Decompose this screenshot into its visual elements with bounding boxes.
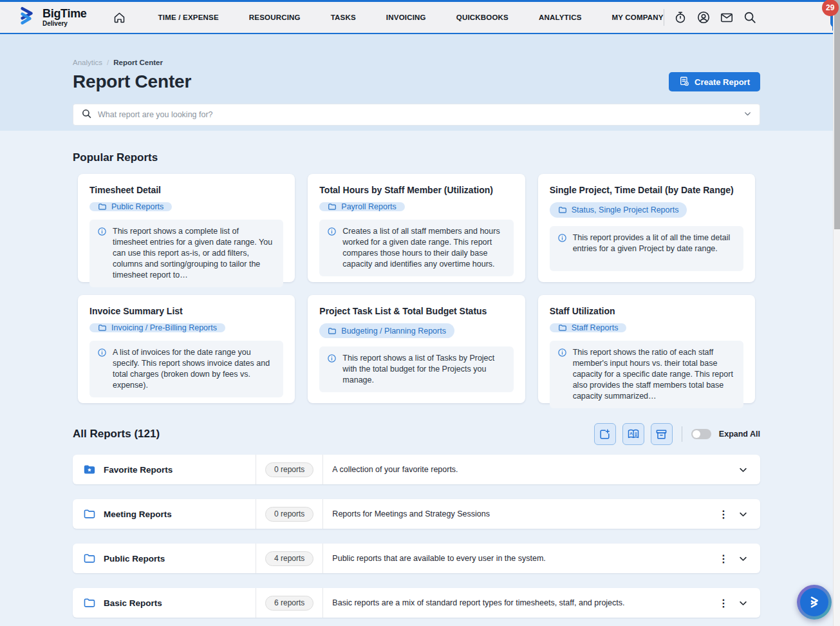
report-count-badge: 0 reports [265,462,313,477]
report-category-tag[interactable]: Invoicing / Pre-Billing Reports [89,323,225,332]
breadcrumb-analytics[interactable]: Analytics [73,59,102,66]
report-category-tag[interactable]: Budgeting / Planning Reports [319,323,454,338]
folder-icon [83,596,96,609]
page-header-section: Analytics / Report Center Report Center … [0,34,840,131]
top-nav: BigTime Delivery TIME / EXPENSE RESOURCI… [0,2,840,34]
page-title: Report Center [73,71,191,92]
report-count-badge: 0 reports [265,507,313,522]
nav-item-invoicing[interactable]: INVOICING [386,14,426,21]
add-folder-button[interactable] [594,423,616,445]
folder-row-basic-reports[interactable]: Basic Reports 6 reports Basic reports ar… [73,588,760,618]
expand-all-label: Expand All [719,430,760,439]
folder-name: Meeting Reports [104,509,172,519]
favorite-folder-icon [83,463,96,476]
folder-row-public-reports[interactable]: Public Reports 4 reports Public reports … [73,544,760,573]
page-body: Popular Reports Timesheet Detail Public … [0,131,840,618]
report-category-tag[interactable]: Payroll Reports [319,202,404,211]
row-menu-icon[interactable]: ⋮ [713,597,734,609]
breadcrumb-current: Report Center [113,59,163,66]
report-card-timesheet-detail[interactable]: Timesheet Detail Public Reports This rep… [78,174,295,282]
user-account-icon[interactable] [696,10,711,24]
report-category-tag[interactable]: Staff Reports [550,323,627,332]
book-icon: A [627,428,640,441]
folder-icon [558,205,567,214]
archive-icon [655,428,667,441]
nav-item-time-expense[interactable]: TIME / EXPENSE [158,14,219,21]
folder-icon [98,202,107,211]
report-card-description: This report shows a complete list of tim… [89,220,283,287]
scrollbar-thumb[interactable] [834,0,840,229]
create-report-icon [679,76,689,88]
folder-description: Reports for Meetings and Strategy Sessio… [332,509,713,518]
search-icon [81,108,92,122]
nav-item-tasks[interactable]: TASKS [331,14,356,21]
nav-item-analytics[interactable]: ANALYTICS [539,14,582,21]
report-card-title: Timesheet Detail [89,185,283,195]
info-icon [97,348,107,357]
folder-icon [83,552,96,565]
report-category-tag[interactable]: Public Reports [89,202,172,211]
brand-name: BigTime [42,8,87,19]
scrollbar[interactable] [833,0,840,626]
folder-name: Favorite Reports [104,465,173,475]
expand-all-toggle[interactable] [691,429,711,439]
brand-logo[interactable]: BigTime Delivery [15,5,87,30]
info-icon [97,227,107,236]
report-card-description: A list of invoices for the date range yo… [89,341,283,397]
archive-button[interactable] [651,423,673,445]
chevron-down-icon[interactable] [743,109,752,120]
bigtime-logo-icon [806,594,823,611]
expand-chevron-icon[interactable] [734,465,750,475]
popular-reports-grid: Timesheet Detail Public Reports This rep… [73,174,760,403]
report-card-title: Project Task List & Total Budget Status [319,306,513,316]
folder-description: Public reports that are available to eve… [332,554,713,563]
report-card-title: Staff Utilization [550,306,743,316]
report-card-project-task-list[interactable]: Project Task List & Total Budget Status … [308,295,525,403]
folder-description: Basic reports are a mix of standard repo… [332,598,713,607]
all-reports-heading: All Reports (121) [73,428,160,441]
report-card-invoice-summary-list[interactable]: Invoice Summary List Invoicing / Pre-Bil… [78,295,295,403]
expand-chevron-icon[interactable] [734,509,750,519]
row-menu-icon[interactable]: ⋮ [713,508,734,520]
brand-subtitle: Delivery [42,21,87,27]
folder-name: Public Reports [104,554,165,564]
expand-chevron-icon[interactable] [734,554,750,564]
nav-item-my-company[interactable]: MY COMPANY [612,14,664,21]
add-folder-icon [599,428,611,441]
folder-row-favorite-reports[interactable]: Favorite Reports 0 reports A collection … [73,455,760,484]
report-count-badge: 6 reports [265,596,313,611]
timer-icon[interactable] [673,10,687,24]
report-glossary-button[interactable]: A [622,423,644,445]
folder-icon [83,507,96,520]
folder-description: A collection of your favorite reports. [332,465,734,474]
mail-icon[interactable] [720,10,734,24]
main-menu: TIME / EXPENSE RESOURCING TASKS INVOICIN… [158,14,664,21]
divider [682,426,682,442]
report-card-description: Creates a list of all staff members and … [319,220,513,276]
folder-icon [558,323,567,332]
info-icon [327,227,337,236]
create-report-button[interactable]: Create Report [669,72,760,91]
nav-item-quickbooks[interactable]: QUICKBOOKS [456,14,509,21]
report-card-description: This report shows a list of Tasks by Pro… [319,346,513,392]
report-card-title: Total Hours by Staff Member (Utilization… [319,185,513,195]
folder-row-meeting-reports[interactable]: Meeting Reports 0 reports Reports for Me… [73,499,760,529]
notification-badge[interactable]: 29 [822,0,839,16]
home-icon[interactable] [113,11,126,24]
report-card-staff-utilization[interactable]: Staff Utilization Staff Reports This rep… [538,295,755,403]
folder-name: Basic Reports [104,598,162,608]
info-icon [557,348,567,357]
report-search-input[interactable] [98,110,738,119]
search-icon[interactable] [743,10,757,24]
divider [664,9,664,26]
report-card-description: This report provides a lit of all the ti… [550,226,743,271]
report-card-total-hours[interactable]: Total Hours by Staff Member (Utilization… [308,174,525,282]
bigtime-logo-icon [15,5,37,30]
nav-item-resourcing[interactable]: RESOURCING [249,14,301,21]
row-menu-icon[interactable]: ⋮ [713,553,734,565]
report-card-title: Single Project, Time Detail (by Date Ran… [550,185,743,195]
report-category-tag[interactable]: Status, Single Project Reports [550,202,687,218]
assistant-fab-button[interactable] [797,585,832,620]
report-card-single-project-time-detail[interactable]: Single Project, Time Detail (by Date Ran… [538,174,755,282]
expand-chevron-icon[interactable] [734,598,750,608]
